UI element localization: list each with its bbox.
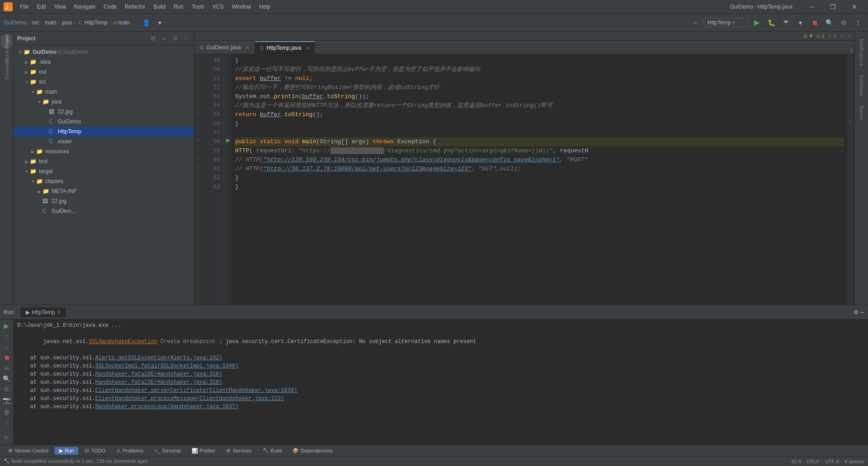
rerun-button[interactable]: ▶ xyxy=(2,321,12,330)
breadcrumb-java[interactable]: java xyxy=(62,19,72,26)
menu-file[interactable]: File xyxy=(16,3,32,11)
fold-marker-61[interactable]: ▽ xyxy=(194,163,202,172)
alerts-link[interactable]: Alerts.getSSLException(Alerts.java:192) xyxy=(95,355,222,361)
menu-window[interactable]: Window xyxy=(228,3,255,11)
minimize-button[interactable]: ─ xyxy=(802,0,822,14)
coverage-button[interactable]: ☂ xyxy=(779,16,792,29)
menu-navigate[interactable]: Navigate xyxy=(71,3,99,11)
clienthandshaker-1639-link[interactable]: ClientHandshaker.serverCertificate(Clien… xyxy=(95,387,297,394)
tree-guidem-class[interactable]: ▶ C GuiDem... xyxy=(14,206,194,216)
tree-classes[interactable]: ▼ 📁 classes xyxy=(14,176,194,186)
menu-run[interactable]: Run xyxy=(170,3,187,11)
handshaker-316-link[interactable]: Handshaker.fatalSE(Handshaker.java:316) xyxy=(95,371,222,377)
panel-gear-btn[interactable]: ⚙ xyxy=(170,34,179,43)
tree-target[interactable]: ▼ 📁 target xyxy=(14,166,194,176)
debug-button[interactable]: 🐛 xyxy=(765,16,778,29)
stop-run-button[interactable]: ⏹ xyxy=(2,353,12,362)
btm-tab-run[interactable]: ▶ Run xyxy=(55,447,78,455)
tree-test[interactable]: ▶ 📁 test xyxy=(14,156,194,166)
more-button[interactable]: ⋮ xyxy=(852,16,864,29)
run-line-58[interactable]: ▶ xyxy=(224,136,231,145)
clear-button[interactable]: 🗑 xyxy=(2,408,12,417)
breadcrumb-main[interactable]: main xyxy=(45,19,57,26)
run-tab-close[interactable]: ✕ xyxy=(57,310,61,315)
menu-edit[interactable]: Edit xyxy=(33,3,50,11)
menu-tools[interactable]: Tools xyxy=(188,3,208,11)
settings-run-button[interactable]: ⚙ xyxy=(2,385,12,394)
tab-guidemo-close[interactable]: ✕ xyxy=(245,45,249,50)
search-button[interactable]: 🔍 xyxy=(823,16,835,29)
scroll-up-button[interactable]: ↑ xyxy=(2,332,12,340)
camera-button[interactable]: 📷 xyxy=(2,395,12,404)
breadcrumb-src[interactable]: src xyxy=(32,19,39,26)
btm-tab-profiler[interactable]: 📊 Profiler xyxy=(187,447,220,455)
editor-more-tabs[interactable]: ⋮ xyxy=(849,47,854,54)
more-run-button[interactable]: ⋮ xyxy=(2,419,12,427)
sslsocketimpl-link[interactable]: SSLSocketImpl.fatal(SSLSocketImpl.java:1… xyxy=(95,363,239,369)
menu-vcs[interactable]: VCS xyxy=(209,3,227,11)
menu-help[interactable]: Help xyxy=(255,3,274,11)
menu-refactor[interactable]: Refactor xyxy=(121,3,149,11)
run-config-selector[interactable]: HttpTemp ▾ xyxy=(703,18,749,27)
tab-httptemp[interactable]: C HttpTemp.java ✕ xyxy=(255,41,316,54)
tree-main[interactable]: ▼ 📁 main xyxy=(14,87,194,97)
panel-close-btn[interactable]: ─ xyxy=(181,34,190,43)
panel-options-btn[interactable]: ⊞ xyxy=(149,34,158,43)
tree-22jpg[interactable]: ▶ 🖼 22.jpg xyxy=(14,107,194,117)
encoding[interactable]: UTF-8 xyxy=(825,459,839,464)
bookmarks-panel-icon[interactable]: Bookmarks xyxy=(1,62,13,74)
tab-httptemp-close[interactable]: ✕ xyxy=(306,46,309,51)
line-ending[interactable]: CRLF xyxy=(807,459,820,464)
code-area[interactable]: } //其实这一行写不写都行，写的目的是防止buffer不为空，但是为空了似乎也… xyxy=(231,54,847,305)
fold-marker-60[interactable]: ▽ xyxy=(194,154,202,163)
btm-tab-dependencies[interactable]: 📦 Dependencies xyxy=(288,447,337,455)
notifications-label[interactable]: Notifications xyxy=(857,35,866,70)
settings-button[interactable]: ⚙ xyxy=(837,16,850,29)
tree-src[interactable]: ▼ 📁 src xyxy=(14,77,194,87)
tree-metainf[interactable]: ▶ 📁 META-INF xyxy=(14,186,194,196)
fold-marker-55[interactable]: ▽ xyxy=(194,108,202,118)
menu-code[interactable]: Code xyxy=(100,3,120,11)
tree-resources[interactable]: ▶ 📁 resources xyxy=(14,146,194,156)
maven-label[interactable]: Maven xyxy=(857,102,866,124)
stop-button[interactable]: ⏹ xyxy=(808,16,821,29)
tree-router[interactable]: ▶ C router xyxy=(14,137,194,146)
bottom-settings[interactable]: ⚙ xyxy=(854,309,859,315)
btm-tab-todo[interactable]: ☑ TODO xyxy=(80,447,110,455)
menu-view[interactable]: View xyxy=(51,3,70,11)
user-icon[interactable]: 👤 xyxy=(140,16,152,29)
btm-tab-build[interactable]: 🔨 Build xyxy=(258,447,286,455)
tree-java[interactable]: ▼ 📁 java xyxy=(14,97,194,107)
menu-build[interactable]: Build xyxy=(150,3,169,11)
run-button[interactable]: ▶ xyxy=(750,16,763,29)
run-dropdown[interactable]: ▾ xyxy=(794,16,807,29)
cursor-position[interactable]: 62:6 xyxy=(792,459,801,464)
panel-collapse-btn[interactable]: ≡ xyxy=(160,34,169,43)
btm-tab-services[interactable]: ⚙ Services xyxy=(222,447,256,455)
btm-tab-terminal[interactable]: >_ Terminal xyxy=(150,447,185,454)
bottom-minimize[interactable]: ─ xyxy=(860,309,864,315)
tree-guidemo-java[interactable]: ▶ C GuiDemo xyxy=(14,117,194,127)
handshaker-310-link[interactable]: Handshaker.fatalSE(Handshaker.java:310) xyxy=(95,379,222,386)
tree-httptemp[interactable]: ▶ C HttpTemp xyxy=(14,127,194,137)
fold-marker-58[interactable]: ▽ xyxy=(194,136,202,145)
expand-button[interactable]: ⇱ xyxy=(2,434,12,443)
bottom-tab-run[interactable]: ▶ HttpTemp ✕ xyxy=(20,307,66,317)
fold-end-56[interactable]: ▽ xyxy=(847,118,854,127)
breadcrumb-method[interactable]: main xyxy=(118,19,130,26)
clienthandshaker-223-link[interactable]: ClientHandshaker.processMessage(ClientHa… xyxy=(95,395,284,402)
btm-tab-problems[interactable]: ⚠ Problems xyxy=(112,447,148,455)
breadcrumb-guidemo[interactable]: GuiDemo xyxy=(4,19,27,26)
tree-out[interactable]: ▶ 📁 out xyxy=(14,67,194,77)
maximize-button[interactable]: ❐ xyxy=(823,0,843,14)
toolbar-dropdown[interactable]: ▾ xyxy=(153,16,166,29)
indent[interactable]: 4 spaces xyxy=(844,459,864,464)
database-label[interactable]: Database xyxy=(857,71,866,100)
close-button[interactable]: ✕ xyxy=(844,0,864,14)
wrap-button[interactable]: ⇌ xyxy=(2,364,12,372)
scroll-down-button[interactable]: ↓ xyxy=(2,343,12,351)
breadcrumb-httptemp[interactable]: HttpTemp xyxy=(85,19,108,26)
tab-guidemo[interactable]: G GuiDemo.java ✕ xyxy=(194,41,255,54)
tree-guidemo[interactable]: ▼ 📁 GuiDemo E:\GuiDemo xyxy=(14,47,194,57)
handshaker-1037-link[interactable]: Handshaker.processLoop(Handshaker.java:1… xyxy=(95,404,239,410)
